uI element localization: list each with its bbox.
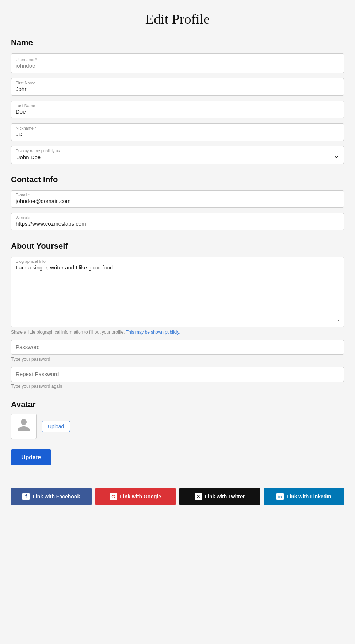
email-input[interactable]	[16, 198, 339, 204]
name-section-title: Name	[11, 38, 344, 47]
link-linkedin-button[interactable]: in Link with LinkedIn	[264, 488, 344, 505]
twitter-label: Link with Twitter	[205, 494, 245, 499]
upload-button[interactable]: Upload	[42, 421, 70, 432]
nickname-input[interactable]	[16, 131, 339, 137]
google-icon: G	[110, 493, 117, 500]
about-section: About Yourself Biographical Info I am a …	[11, 241, 344, 389]
page-title: Edit Profile	[11, 0, 344, 38]
username-input[interactable]	[16, 62, 339, 69]
link-facebook-button[interactable]: f Link with Facebook	[11, 488, 92, 505]
nickname-wrapper: Nickname *	[11, 123, 344, 141]
email-wrapper: E-mail *	[11, 190, 344, 208]
twitter-x-icon: ✕	[195, 493, 202, 500]
avatar-section-title: Avatar	[11, 400, 344, 409]
linkedin-label: Link with LinkedIn	[287, 494, 331, 499]
repeat-password-field-group: Type your password again	[11, 367, 344, 389]
facebook-icon: f	[22, 493, 30, 500]
first-name-label: First Name	[16, 81, 339, 85]
repeat-password-wrapper	[11, 367, 344, 382]
first-name-input[interactable]	[16, 86, 339, 92]
password-field-group: Type your password	[11, 340, 344, 362]
nickname-label: Nickname *	[16, 126, 339, 130]
bio-hint-static: Share a little biographical information …	[11, 330, 125, 335]
linkedin-icon: in	[276, 493, 284, 500]
website-input[interactable]	[16, 221, 339, 227]
email-field-group: E-mail *	[11, 190, 344, 208]
email-label: E-mail *	[16, 193, 339, 197]
first-name-wrapper: First Name	[11, 78, 344, 96]
update-button[interactable]: Update	[11, 449, 51, 465]
display-name-label: Display name publicly as	[16, 149, 339, 153]
first-name-field-group: First Name	[11, 78, 344, 96]
password-wrapper	[11, 340, 344, 355]
website-label: Website	[16, 215, 339, 220]
bio-textarea[interactable]: I am a singer, writer and I like good fo…	[16, 264, 339, 323]
last-name-field-group: Last Name	[11, 101, 344, 118]
website-wrapper: Website	[11, 213, 344, 230]
password-input[interactable]	[16, 342, 339, 352]
contact-section-title: Contact Info	[11, 175, 344, 184]
link-google-button[interactable]: G Link with Google	[95, 488, 176, 505]
nickname-field-group: Nickname *	[11, 123, 344, 141]
contact-section: Contact Info E-mail * Website	[11, 175, 344, 230]
divider	[11, 480, 344, 480]
social-buttons-container: f Link with Facebook G Link with Google …	[11, 488, 344, 516]
avatar-box	[11, 414, 37, 439]
avatar-person-icon	[16, 418, 31, 436]
display-name-select[interactable]: John Doe johndoe John Doe JD	[16, 154, 339, 161]
facebook-label: Link with Facebook	[33, 494, 80, 499]
repeat-password-hint: Type your password again	[11, 384, 344, 389]
avatar-row: Upload	[11, 414, 344, 439]
display-name-wrapper: Display name publicly as John Doe johndo…	[11, 146, 344, 164]
last-name-input[interactable]	[16, 108, 339, 115]
website-field-group: Website	[11, 213, 344, 230]
bio-wrapper: Biographical Info I am a singer, writer …	[11, 257, 344, 327]
link-twitter-button[interactable]: ✕ Link with Twitter	[179, 488, 260, 505]
password-hint: Type your password	[11, 357, 344, 362]
bio-field-group: Biographical Info I am a singer, writer …	[11, 257, 344, 335]
name-section: Name Username * First Name Last Name Nic…	[11, 38, 344, 164]
avatar-section: Avatar Upload	[11, 400, 344, 439]
last-name-wrapper: Last Name	[11, 101, 344, 118]
repeat-password-input[interactable]	[16, 369, 339, 379]
last-name-label: Last Name	[16, 103, 339, 108]
bio-label: Biographical Info	[16, 259, 339, 264]
username-label: Username *	[16, 57, 339, 62]
about-section-title: About Yourself	[11, 241, 344, 251]
google-label: Link with Google	[120, 494, 161, 499]
username-field-group: Username *	[11, 53, 344, 73]
display-name-field-group: Display name publicly as John Doe johndo…	[11, 146, 344, 164]
bio-hint: Share a little biographical information …	[11, 330, 344, 335]
username-wrapper: Username *	[11, 53, 344, 73]
bio-hint-public: This may be shown publicly.	[126, 330, 180, 335]
page-container: Edit Profile Name Username * First Name …	[0, 0, 355, 527]
